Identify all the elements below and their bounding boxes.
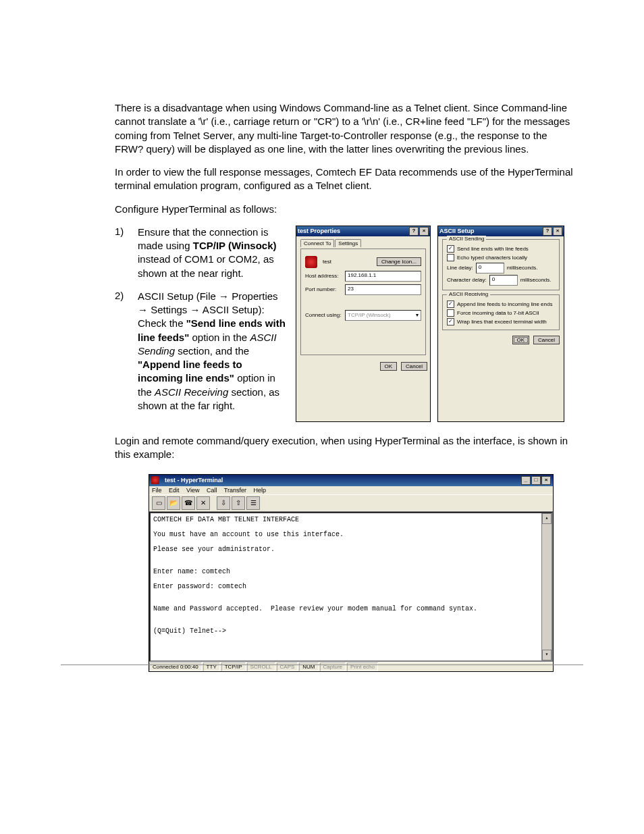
echo-typed-checkbox[interactable]	[447, 254, 454, 261]
ascii-sending-group: ASCII Sending ✓Send line ends with line …	[442, 239, 560, 290]
status-proto: TCP/IP	[221, 662, 246, 671]
ascii-sending-title: ASCII Sending	[447, 236, 486, 242]
step-1-bold: TCP/IP (Winsock)	[193, 240, 277, 251]
ascii-setup-title: ASCII Setup	[439, 228, 475, 234]
menu-transfer[interactable]: Transfer	[224, 487, 246, 494]
char-delay-label: Character delay:	[447, 277, 487, 283]
close-button[interactable]: ×	[553, 227, 562, 236]
send-icon[interactable]: ⇩	[217, 496, 230, 510]
tab-connect-to[interactable]: Connect To	[300, 239, 334, 247]
cancel-button[interactable]: Cancel	[401, 362, 427, 371]
step-1: 1) Ensure that the connection is made us…	[115, 226, 289, 280]
ascii-setup-body: ASCII Sending ✓Send line ends with line …	[438, 236, 564, 348]
char-delay-input[interactable]: 0	[489, 275, 518, 286]
force-7bit-label: Force incoming data to 7-bit ASCII	[457, 310, 539, 316]
status-scroll: SCROLL	[247, 662, 275, 671]
connection-icon	[305, 256, 317, 268]
append-line-feeds-label: Append line feeds to incoming line ends	[457, 301, 552, 307]
host-address-input[interactable]: 192.168.1.1	[345, 271, 421, 282]
status-bar: Connected 0:00:40 TTY TCP/IP SCROLL CAPS…	[149, 662, 553, 671]
scrollbar[interactable]: ▴▾	[541, 513, 552, 660]
line-delay-unit: milliseconds.	[507, 265, 538, 271]
connect-using-select[interactable]: TCP/IP (Winsock)	[345, 310, 421, 321]
force-7bit-checkbox[interactable]	[447, 309, 454, 317]
append-line-feeds-checkbox[interactable]: ✓	[447, 301, 454, 308]
maximize-button[interactable]: □	[531, 476, 541, 485]
step-2-number: 2)	[115, 290, 138, 413]
paragraph-3: Configure HyperTerminal as follows:	[115, 203, 576, 216]
send-line-ends-label: Send line ends with line feeds	[457, 246, 529, 252]
tabs: Connect To Settings	[300, 239, 426, 247]
status-tty: TTY	[203, 662, 220, 671]
status-caps: CAPS	[277, 662, 298, 671]
ascii-setup-titlebar[interactable]: ASCII Setup ? ×	[438, 226, 564, 236]
ascii-receiving-title: ASCII Receiving	[447, 291, 490, 297]
cancel-button[interactable]: Cancel	[533, 336, 560, 344]
menu-call[interactable]: Call	[207, 487, 217, 494]
help-button[interactable]: ?	[409, 227, 419, 236]
hyperterminal-titlebar[interactable]: test - HyperTerminal _ □ ×	[149, 475, 553, 486]
connection-name: test	[323, 259, 331, 265]
terminal-text: COMTECH EF DATA MBT TELNET INTERFACE You…	[153, 516, 477, 635]
menu-file[interactable]: File	[152, 487, 162, 494]
hyperterminal-window: test - HyperTerminal _ □ × File Edit Vie…	[149, 474, 554, 672]
test-properties-title: test Properties	[298, 228, 340, 234]
ok-button[interactable]: OK	[512, 336, 530, 344]
disconnect-icon[interactable]: ✕	[196, 496, 210, 510]
step-2-text: ASCII Setup (File → Properties → Setting…	[138, 290, 289, 413]
app-icon	[151, 476, 159, 484]
step-1-text: Ensure that the connection is made using…	[138, 226, 289, 280]
paragraph-1: There is a disadvantage when using Windo…	[115, 101, 576, 156]
step-2-italic-2: ASCII Receiving	[155, 386, 228, 398]
ascii-setup-dialog: ASCII Setup ? × ASCII Sending ✓Send line…	[437, 226, 564, 422]
paragraph-2: In order to view the full response messa…	[115, 165, 576, 193]
status-num: NUM	[299, 662, 318, 671]
hyperterminal-title: test - HyperTerminal	[165, 477, 223, 484]
line-delay-label: Line delay:	[447, 265, 473, 271]
connect-using-label: Connect using:	[305, 312, 342, 318]
close-button[interactable]: ×	[419, 227, 429, 236]
send-line-ends-checkbox[interactable]: ✓	[447, 245, 454, 253]
call-icon[interactable]: ☎	[182, 496, 195, 510]
properties-icon[interactable]: ☰	[246, 496, 260, 510]
close-button[interactable]: ×	[541, 476, 551, 485]
status-capture: Capture	[320, 662, 346, 671]
scroll-up-icon[interactable]: ▴	[542, 513, 552, 524]
menu-view[interactable]: View	[186, 487, 199, 494]
paragraph-4: Login and remote command/query execution…	[115, 434, 576, 462]
port-number-input[interactable]: 23	[345, 284, 421, 295]
test-properties-buttons: OK Cancel	[296, 359, 430, 373]
steps-column: 1) Ensure that the connection is made us…	[115, 226, 289, 422]
receive-icon[interactable]: ⇧	[232, 496, 245, 510]
terminal-area[interactable]: COMTECH EF DATA MBT TELNET INTERFACE You…	[149, 512, 553, 662]
steps-and-figures-row: 1) Ensure that the connection is made us…	[115, 226, 576, 422]
step-2-part-c: option in the	[189, 332, 250, 343]
host-address-label: Host address:	[305, 273, 342, 279]
new-icon[interactable]: ▭	[152, 496, 165, 510]
test-properties-body: Connect To Settings test Change Icon... …	[296, 236, 430, 359]
test-properties-titlebar[interactable]: test Properties ? ×	[296, 226, 430, 236]
minimize-button[interactable]: _	[521, 476, 531, 485]
open-icon[interactable]: 📂	[167, 496, 180, 510]
menu-help[interactable]: Help	[254, 487, 267, 494]
step-2-bold-2: "Append line feeds to incoming line ends…	[138, 359, 242, 384]
connect-to-panel: test Change Icon... Host address: 192.16…	[300, 249, 426, 355]
menu-edit[interactable]: Edit	[169, 487, 180, 494]
help-button[interactable]: ?	[543, 227, 552, 236]
menu-bar: File Edit View Call Transfer Help	[149, 486, 553, 494]
change-icon-button[interactable]: Change Icon...	[377, 257, 421, 266]
ok-button[interactable]: OK	[380, 362, 398, 371]
port-number-label: Port number:	[305, 286, 342, 292]
test-properties-dialog: test Properties ? × Connect To Settings …	[296, 226, 431, 422]
footer-rule	[61, 664, 583, 665]
status-echo: Print echo	[347, 662, 378, 671]
line-delay-input[interactable]: 0	[476, 263, 504, 273]
wrap-lines-label: Wrap lines that exceed terminal width	[457, 319, 547, 325]
wrap-lines-checkbox[interactable]: ✓	[447, 318, 454, 325]
ascii-receiving-group: ASCII Receiving ✓Append line feeds to in…	[442, 294, 560, 330]
scroll-down-icon[interactable]: ▾	[542, 650, 552, 660]
echo-typed-label: Echo typed characters locally	[457, 255, 527, 261]
toolbar: ▭ 📂 ☎ ✕ ⇩ ⇧ ☰	[149, 494, 553, 512]
tab-settings[interactable]: Settings	[335, 239, 361, 247]
status-connected: Connected 0:00:40	[149, 662, 202, 671]
